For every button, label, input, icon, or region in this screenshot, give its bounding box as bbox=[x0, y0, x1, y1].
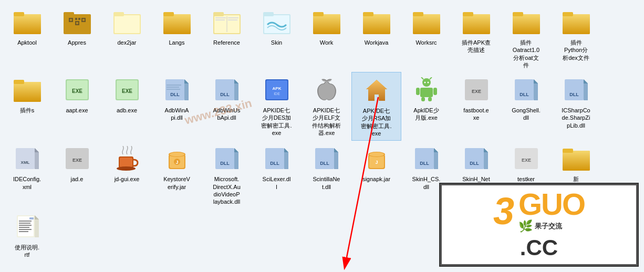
list-item[interactable]: EXE adb.exe bbox=[102, 72, 152, 141]
list-item[interactable]: Reference bbox=[202, 4, 252, 72]
svg-rect-126 bbox=[415, 148, 434, 169]
list-item[interactable]: ApkIDE少月版.exe bbox=[401, 72, 451, 141]
list-item[interactable]: Worksrc bbox=[401, 4, 451, 72]
svg-rect-44 bbox=[513, 12, 523, 16]
svg-rect-80 bbox=[416, 88, 420, 95]
svg-text:DLL: DLL bbox=[420, 161, 429, 166]
svg-marker-142 bbox=[35, 215, 39, 219]
svg-text:DLL: DLL bbox=[220, 92, 230, 97]
file-label: Reference bbox=[213, 39, 240, 46]
svg-line-75 bbox=[421, 77, 423, 79]
folder-icon bbox=[412, 7, 441, 37]
file-label: SciLexer.dll bbox=[263, 175, 291, 191]
list-item[interactable]: EXE jad.e bbox=[52, 141, 102, 208]
list-item[interactable]: DLL Microsoft.DirectX.AudioVideoPlayback… bbox=[202, 141, 252, 208]
list-item[interactable]: Skin bbox=[252, 4, 302, 72]
list-item[interactable]: APK IDE APKIDE七少月DES加密解密工具.exe bbox=[252, 72, 302, 141]
folder-icon bbox=[13, 7, 42, 37]
svg-rect-40 bbox=[463, 14, 490, 34]
file-label: Workjava bbox=[365, 39, 389, 46]
file-label: 使用说明.rtf bbox=[15, 244, 39, 259]
svg-marker-111 bbox=[234, 148, 238, 152]
list-item[interactable]: DLL AdbWinApi.dll bbox=[152, 72, 202, 141]
folder-icon bbox=[112, 7, 142, 37]
list-item[interactable]: Langs bbox=[152, 4, 202, 72]
svg-marker-88 bbox=[534, 79, 538, 83]
list-item[interactable]: 插件APK查壳描述 bbox=[451, 4, 501, 72]
list-item[interactable]: DLL ScintillaNet.dll bbox=[302, 141, 351, 208]
svg-point-102 bbox=[117, 166, 136, 171]
svg-rect-64 bbox=[215, 79, 234, 100]
svg-text:DLL: DLL bbox=[470, 161, 479, 166]
exe-icon: APK IDE bbox=[262, 75, 292, 104]
folder-icon bbox=[462, 7, 491, 37]
list-item[interactable]: 插件Python分析dex文件 bbox=[551, 4, 601, 72]
dll-icon: DLL bbox=[262, 144, 292, 173]
file-label: 插件Python分析dex文件 bbox=[563, 39, 589, 61]
svg-rect-130 bbox=[465, 148, 484, 169]
list-item[interactable]: EXE aapt.exe bbox=[52, 72, 102, 141]
xml-icon: XML bbox=[13, 144, 42, 173]
list-item[interactable]: APKIDE七少月ELF文件结构解析器.exe bbox=[302, 72, 351, 141]
svg-rect-6 bbox=[70, 19, 72, 21]
list-item[interactable]: Apktool bbox=[2, 4, 52, 72]
list-item[interactable]: Appres bbox=[52, 4, 102, 72]
list-item[interactable]: Work bbox=[302, 4, 351, 72]
svg-rect-46 bbox=[563, 14, 590, 34]
svg-rect-29 bbox=[263, 12, 274, 16]
svg-rect-14 bbox=[115, 15, 140, 33]
svg-text:J: J bbox=[175, 160, 178, 165]
svg-text:EXE: EXE bbox=[72, 158, 81, 163]
logo-leaf-icon: 🌿 bbox=[518, 219, 533, 233]
svg-rect-90 bbox=[565, 79, 584, 100]
file-label: APKIDE七少月DES加密解密工具.exe bbox=[261, 107, 292, 137]
list-item[interactable]: 使用说明.rtf bbox=[2, 209, 52, 262]
file-label: SkinH_CS.dll bbox=[412, 175, 441, 191]
svg-rect-82 bbox=[421, 97, 425, 101]
file-label: AdbWinApi.dll bbox=[165, 107, 189, 122]
svg-marker-119 bbox=[334, 148, 338, 152]
file-label: APKIDE七少月RSA加密解密工具.exe bbox=[361, 107, 391, 137]
list-item[interactable]: XML IDEConfig.xml bbox=[2, 141, 52, 208]
list-item[interactable]: dex2jar bbox=[102, 4, 152, 72]
svg-rect-137 bbox=[563, 151, 590, 171]
svg-rect-60 bbox=[167, 85, 181, 86]
folder-icon bbox=[562, 144, 591, 173]
folder-icon bbox=[212, 7, 242, 37]
list-item[interactable]: EXE fastboot.exe bbox=[451, 72, 501, 141]
svg-rect-113 bbox=[265, 148, 284, 169]
list-item[interactable]: J KeystoreVerify.jar bbox=[152, 141, 202, 208]
list-item[interactable]: J signapk.jar bbox=[351, 141, 401, 208]
exe-icon bbox=[312, 75, 341, 104]
dll-icon: DLL bbox=[212, 144, 242, 173]
svg-text:APK: APK bbox=[272, 86, 281, 91]
file-label: ScintillaNet.dll bbox=[313, 175, 340, 191]
svg-rect-38 bbox=[413, 12, 423, 16]
svg-rect-4 bbox=[64, 12, 74, 16]
dll-icon: DLL bbox=[462, 144, 491, 173]
svg-text:DLL: DLL bbox=[520, 92, 529, 97]
file-label: dex2jar bbox=[117, 39, 136, 46]
svg-marker-59 bbox=[184, 79, 189, 83]
list-item[interactable]: DLL SciLexer.dll bbox=[252, 141, 302, 208]
list-item[interactable]: Workjava bbox=[351, 4, 401, 72]
svg-rect-25 bbox=[228, 17, 238, 18]
list-item[interactable]: APKIDE七少月RSA加密解密工具.exe bbox=[351, 72, 401, 141]
list-item[interactable]: DLL AdbWinUsbApi.dll bbox=[202, 72, 252, 141]
file-label: GongShell.dll bbox=[512, 107, 540, 122]
svg-rect-109 bbox=[215, 148, 234, 169]
list-item[interactable]: DLL GongShell.dll bbox=[501, 72, 551, 141]
list-item[interactable]: DLL ICSharpCode.SharpZipLib.dll bbox=[551, 72, 601, 141]
svg-rect-1 bbox=[14, 14, 41, 34]
logo-dot: . bbox=[520, 235, 526, 260]
svg-rect-43 bbox=[513, 14, 540, 34]
svg-point-78 bbox=[427, 82, 429, 83]
svg-rect-26 bbox=[228, 19, 237, 20]
svg-rect-24 bbox=[215, 19, 225, 20]
file-label: 新 bbox=[573, 175, 579, 183]
list-item[interactable]: jd-gui.exe bbox=[102, 141, 152, 208]
svg-rect-32 bbox=[313, 12, 324, 16]
list-item[interactable]: 插件s bbox=[2, 72, 52, 141]
list-item[interactable]: 插件Oatract1.0分析oat文件 bbox=[501, 4, 551, 72]
svg-rect-10 bbox=[76, 22, 78, 24]
